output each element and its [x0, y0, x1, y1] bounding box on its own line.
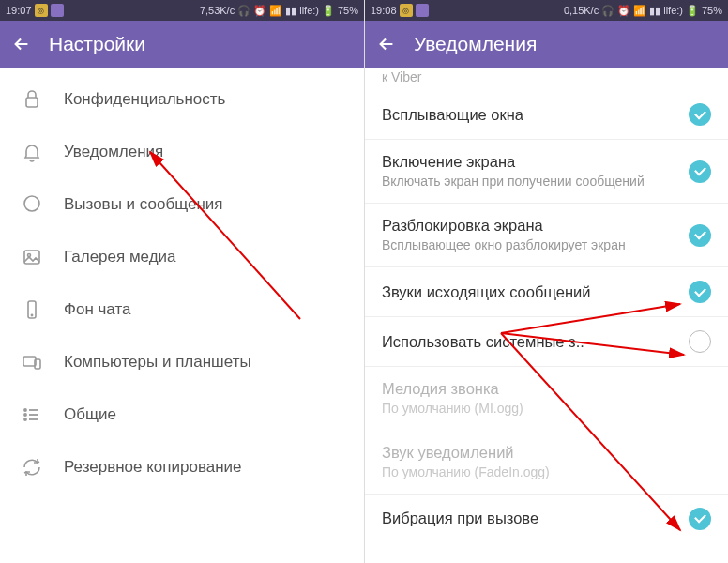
image-icon — [21, 246, 43, 268]
settings-item-backup[interactable]: Резервное копирование — [0, 441, 364, 494]
svg-rect-0 — [26, 98, 38, 107]
settings-label: Вызовы и сообщения — [64, 195, 223, 214]
notif-item-unlock[interactable]: Разблокировка экрана Всплывающее окно ра… — [365, 204, 728, 267]
settings-item-background[interactable]: Фон чата — [0, 283, 364, 336]
settings-item-media[interactable]: Галерея медиа — [0, 231, 364, 283]
battery-icon: 🔋 — [322, 5, 335, 17]
back-icon[interactable] — [11, 34, 32, 54]
back-icon[interactable] — [376, 34, 397, 54]
notifications-list[interactable]: к Viber Всплывающие окна Включение экран… — [365, 68, 728, 563]
battery-icon: 🔋 — [686, 5, 699, 17]
notif-subtitle: По умолчанию (FadeIn.ogg) — [382, 464, 711, 480]
statusbar-left: 19:07 ◎ 7,53K/c 🎧 ⏰ 📶 ▮▮ life:) 🔋 75% — [0, 0, 364, 21]
settings-label: Компьютеры и планшеты — [64, 353, 251, 372]
svg-rect-2 — [24, 251, 39, 264]
status-app-icon: ◎ — [35, 4, 48, 17]
sync-icon — [21, 456, 43, 479]
notif-title: Всплывающие окна — [382, 106, 679, 124]
signal-icon: ▮▮ — [649, 5, 660, 17]
appbar-settings: Настройки — [0, 21, 364, 68]
phone-icon — [21, 298, 43, 321]
svg-point-5 — [31, 314, 32, 315]
svg-rect-6 — [23, 357, 36, 366]
status-notif-icon — [51, 4, 64, 17]
settings-label: Конфиденциальность — [64, 90, 225, 109]
status-app-icon: ◎ — [400, 4, 413, 17]
status-speed: 0,15K/c — [564, 5, 599, 16]
list-icon — [21, 403, 43, 426]
status-battery: 75% — [338, 5, 358, 16]
status-time: 19:08 — [371, 5, 397, 16]
settings-item-general[interactable]: Общие — [0, 388, 364, 441]
settings-item-notifications[interactable]: Уведомления — [0, 126, 364, 178]
settings-item-devices[interactable]: Компьютеры и планшеты — [0, 336, 364, 388]
appbar-notifications: Уведомления — [365, 21, 728, 68]
truncated-prev-item: к Viber — [365, 68, 728, 90]
notif-subtitle: Включать экран при получении сообщений — [382, 173, 679, 190]
toggle-screen-on[interactable] — [689, 160, 711, 183]
headphones-icon: 🎧 — [601, 5, 614, 17]
settings-item-calls[interactable]: Вызовы и сообщения — [0, 178, 364, 231]
notif-item-notif-sound: Звук уведомлений По умолчанию (FadeIn.og… — [365, 431, 728, 495]
chat-icon — [21, 193, 43, 216]
wifi-icon: 📶 — [269, 5, 282, 17]
settings-item-privacy[interactable]: Конфиденциальность — [0, 73, 364, 126]
notif-item-system-sounds[interactable]: Использовать системные з.. — [365, 317, 728, 367]
svg-point-9 — [24, 414, 26, 416]
settings-list: Конфиденциальность Уведомления Вызовы и … — [0, 68, 364, 563]
status-speed: 7,53K/c — [200, 5, 235, 16]
appbar-title: Настройки — [49, 33, 145, 55]
status-carrier: life:) — [299, 5, 319, 16]
status-notif-icon — [416, 4, 429, 17]
notif-subtitle: По умолчанию (MI.ogg) — [382, 400, 711, 417]
toggle-outgoing-sounds[interactable] — [689, 281, 711, 303]
notif-item-vibrate[interactable]: Вибрация при вызове — [365, 495, 728, 543]
notif-item-screen-on[interactable]: Включение экрана Включать экран при полу… — [365, 140, 728, 204]
notif-item-outgoing-sounds[interactable]: Звуки исходящих сообщений — [365, 267, 728, 317]
toggle-system-sounds[interactable] — [689, 330, 711, 353]
notif-title: Мелодия звонка — [382, 380, 711, 398]
statusbar-right: 19:08 ◎ 0,15K/c 🎧 ⏰ 📶 ▮▮ life:) 🔋 75% — [365, 0, 728, 21]
lock-icon — [21, 88, 43, 111]
toggle-unlock[interactable] — [689, 224, 711, 247]
notif-title: Использовать системные з.. — [382, 333, 679, 351]
notif-title: Разблокировка экрана — [382, 217, 679, 235]
headphones-icon: 🎧 — [237, 5, 250, 17]
appbar-title: Уведомления — [414, 33, 537, 55]
bell-icon — [21, 141, 43, 163]
notif-title: Звуки исходящих сообщений — [382, 283, 679, 301]
status-battery: 75% — [702, 5, 722, 16]
notif-item-ringtone: Мелодия звонка По умолчанию (MI.ogg) — [365, 367, 728, 430]
screen-notifications: 19:08 ◎ 0,15K/c 🎧 ⏰ 📶 ▮▮ life:) 🔋 75% Ув… — [364, 0, 728, 563]
toggle-vibrate[interactable] — [689, 508, 711, 530]
alarm-icon: ⏰ — [617, 5, 630, 17]
wifi-icon: 📶 — [633, 5, 646, 17]
svg-point-10 — [24, 418, 26, 420]
notif-item-popup[interactable]: Всплывающие окна — [365, 90, 728, 140]
settings-label: Уведомления — [64, 143, 163, 161]
settings-label: Галерея медиа — [64, 248, 176, 266]
settings-label: Общие — [64, 405, 116, 424]
svg-point-8 — [24, 409, 26, 411]
toggle-popup[interactable] — [689, 103, 711, 126]
settings-label: Фон чата — [64, 300, 130, 319]
notif-title: Звук уведомлений — [382, 444, 711, 462]
status-carrier: life:) — [663, 5, 683, 16]
alarm-icon: ⏰ — [253, 5, 266, 17]
status-time: 19:07 — [6, 5, 32, 16]
signal-icon: ▮▮ — [285, 5, 296, 17]
notif-subtitle: Всплывающее окно разблокирует экран — [382, 236, 679, 253]
notif-title: Вибрация при вызове — [382, 510, 679, 527]
screen-settings: 19:07 ◎ 7,53K/c 🎧 ⏰ 📶 ▮▮ life:) 🔋 75% На… — [0, 0, 364, 563]
settings-label: Резервное копирование — [64, 458, 242, 477]
notif-title: Включение экрана — [382, 153, 679, 171]
devices-icon — [21, 351, 43, 373]
